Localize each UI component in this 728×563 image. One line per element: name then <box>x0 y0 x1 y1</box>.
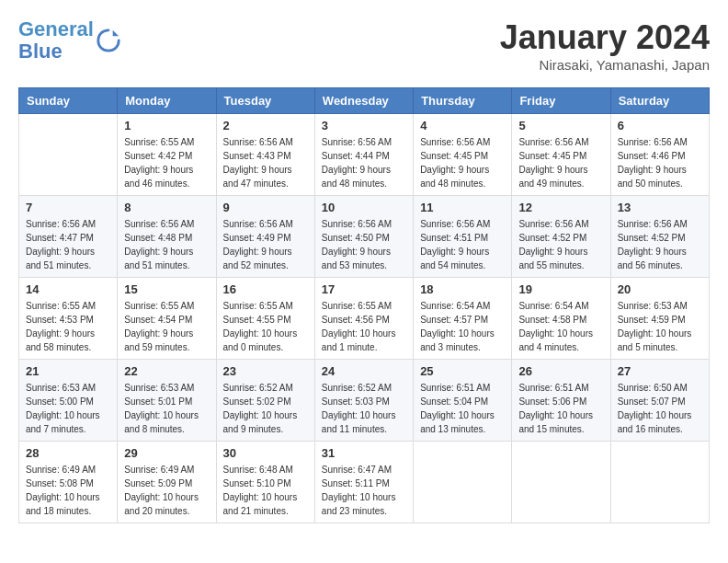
calendar-cell <box>414 442 512 523</box>
calendar-cell: 4Sunrise: 6:56 AM Sunset: 4:45 PM Daylig… <box>414 114 512 196</box>
day-number: 27 <box>618 364 702 378</box>
day-number: 16 <box>223 282 308 296</box>
calendar-cell: 14Sunrise: 6:55 AM Sunset: 4:53 PM Dayli… <box>19 278 118 360</box>
day-number: 23 <box>223 364 308 378</box>
calendar-cell: 28Sunrise: 6:49 AM Sunset: 5:08 PM Dayli… <box>19 442 118 523</box>
calendar-cell: 31Sunrise: 6:47 AM Sunset: 5:11 PM Dayli… <box>314 442 413 523</box>
day-info: Sunrise: 6:56 AM Sunset: 4:50 PM Dayligh… <box>322 217 406 272</box>
calendar-cell <box>512 442 610 523</box>
day-number: 11 <box>420 201 505 214</box>
day-number: 24 <box>322 364 406 378</box>
day-number: 3 <box>322 119 406 132</box>
day-info: Sunrise: 6:49 AM Sunset: 5:08 PM Dayligh… <box>26 463 110 518</box>
calendar-week-4: 21Sunrise: 6:53 AM Sunset: 5:00 PM Dayli… <box>19 360 710 442</box>
calendar-header-tuesday: Tuesday <box>216 88 314 114</box>
day-info: Sunrise: 6:56 AM Sunset: 4:45 PM Dayligh… <box>420 135 505 190</box>
day-number: 17 <box>322 282 406 296</box>
day-number: 14 <box>26 282 110 296</box>
day-info: Sunrise: 6:48 AM Sunset: 5:10 PM Dayligh… <box>223 463 308 518</box>
calendar-cell: 12Sunrise: 6:56 AM Sunset: 4:52 PM Dayli… <box>512 196 610 278</box>
calendar-cell: 30Sunrise: 6:48 AM Sunset: 5:10 PM Dayli… <box>216 442 314 523</box>
calendar-week-3: 14Sunrise: 6:55 AM Sunset: 4:53 PM Dayli… <box>19 278 710 360</box>
calendar-cell: 5Sunrise: 6:56 AM Sunset: 4:45 PM Daylig… <box>512 114 610 196</box>
day-number: 9 <box>223 201 308 214</box>
calendar-cell <box>19 114 118 196</box>
calendar-week-2: 7Sunrise: 6:56 AM Sunset: 4:47 PM Daylig… <box>19 196 710 278</box>
day-number: 29 <box>124 446 209 460</box>
calendar-cell: 20Sunrise: 6:53 AM Sunset: 4:59 PM Dayli… <box>610 278 709 360</box>
day-info: Sunrise: 6:55 AM Sunset: 4:53 PM Dayligh… <box>26 299 110 354</box>
calendar-cell <box>610 442 709 523</box>
logo-text: General Blue <box>18 18 94 63</box>
calendar-cell: 11Sunrise: 6:56 AM Sunset: 4:51 PM Dayli… <box>414 196 512 278</box>
calendar-cell: 25Sunrise: 6:51 AM Sunset: 5:04 PM Dayli… <box>414 360 512 442</box>
day-number: 12 <box>518 201 603 214</box>
calendar-cell: 18Sunrise: 6:54 AM Sunset: 4:57 PM Dayli… <box>414 278 512 360</box>
calendar-cell: 21Sunrise: 6:53 AM Sunset: 5:00 PM Dayli… <box>19 360 118 442</box>
day-info: Sunrise: 6:50 AM Sunset: 5:07 PM Dayligh… <box>618 381 702 436</box>
day-info: Sunrise: 6:55 AM Sunset: 4:54 PM Dayligh… <box>124 299 209 354</box>
calendar-table: SundayMondayTuesdayWednesdayThursdayFrid… <box>18 87 710 523</box>
day-number: 20 <box>618 282 702 296</box>
month-title: January 2024 <box>500 18 710 57</box>
day-number: 21 <box>26 364 110 378</box>
day-number: 2 <box>223 119 308 132</box>
logo-icon <box>96 28 121 53</box>
day-info: Sunrise: 6:55 AM Sunset: 4:56 PM Dayligh… <box>322 299 406 354</box>
calendar-week-1: 1Sunrise: 6:55 AM Sunset: 4:42 PM Daylig… <box>19 114 710 196</box>
day-info: Sunrise: 6:56 AM Sunset: 4:52 PM Dayligh… <box>618 217 702 272</box>
day-number: 4 <box>420 119 505 132</box>
calendar-cell: 9Sunrise: 6:56 AM Sunset: 4:49 PM Daylig… <box>216 196 314 278</box>
calendar-cell: 3Sunrise: 6:56 AM Sunset: 4:44 PM Daylig… <box>314 114 413 196</box>
day-number: 18 <box>420 282 505 296</box>
day-info: Sunrise: 6:51 AM Sunset: 5:06 PM Dayligh… <box>518 381 603 436</box>
day-info: Sunrise: 6:55 AM Sunset: 4:42 PM Dayligh… <box>124 135 209 190</box>
day-info: Sunrise: 6:56 AM Sunset: 4:52 PM Dayligh… <box>518 217 603 272</box>
day-number: 13 <box>618 201 702 214</box>
day-info: Sunrise: 6:56 AM Sunset: 4:49 PM Dayligh… <box>223 217 308 272</box>
day-info: Sunrise: 6:52 AM Sunset: 5:03 PM Dayligh… <box>322 381 406 436</box>
calendar-week-5: 28Sunrise: 6:49 AM Sunset: 5:08 PM Dayli… <box>19 442 710 523</box>
day-info: Sunrise: 6:47 AM Sunset: 5:11 PM Dayligh… <box>322 463 406 518</box>
logo: General Blue <box>18 18 121 63</box>
day-number: 1 <box>124 119 209 132</box>
day-info: Sunrise: 6:53 AM Sunset: 4:59 PM Dayligh… <box>618 299 702 354</box>
calendar-header-row: SundayMondayTuesdayWednesdayThursdayFrid… <box>19 88 710 114</box>
calendar-cell: 26Sunrise: 6:51 AM Sunset: 5:06 PM Dayli… <box>512 360 610 442</box>
day-info: Sunrise: 6:56 AM Sunset: 4:44 PM Dayligh… <box>322 135 406 190</box>
day-info: Sunrise: 6:53 AM Sunset: 5:01 PM Dayligh… <box>124 381 209 436</box>
day-number: 31 <box>322 446 406 460</box>
day-info: Sunrise: 6:51 AM Sunset: 5:04 PM Dayligh… <box>420 381 505 436</box>
page-header: General Blue January 2024 Nirasaki, Yama… <box>18 18 710 73</box>
calendar-cell: 13Sunrise: 6:56 AM Sunset: 4:52 PM Dayli… <box>610 196 709 278</box>
day-number: 7 <box>26 201 110 214</box>
location: Nirasaki, Yamanashi, Japan <box>500 57 710 73</box>
calendar-header-sunday: Sunday <box>19 88 118 114</box>
day-info: Sunrise: 6:52 AM Sunset: 5:02 PM Dayligh… <box>223 381 308 436</box>
day-number: 10 <box>322 201 406 214</box>
calendar-header-monday: Monday <box>118 88 216 114</box>
day-info: Sunrise: 6:49 AM Sunset: 5:09 PM Dayligh… <box>124 463 209 518</box>
day-info: Sunrise: 6:56 AM Sunset: 4:46 PM Dayligh… <box>618 135 702 190</box>
day-info: Sunrise: 6:56 AM Sunset: 4:48 PM Dayligh… <box>124 217 209 272</box>
day-number: 5 <box>518 119 603 132</box>
day-number: 15 <box>124 282 209 296</box>
calendar-cell: 7Sunrise: 6:56 AM Sunset: 4:47 PM Daylig… <box>19 196 118 278</box>
day-info: Sunrise: 6:54 AM Sunset: 4:58 PM Dayligh… <box>518 299 603 354</box>
day-info: Sunrise: 6:54 AM Sunset: 4:57 PM Dayligh… <box>420 299 505 354</box>
day-info: Sunrise: 6:56 AM Sunset: 4:45 PM Dayligh… <box>518 135 603 190</box>
calendar-cell: 10Sunrise: 6:56 AM Sunset: 4:50 PM Dayli… <box>314 196 413 278</box>
calendar-cell: 24Sunrise: 6:52 AM Sunset: 5:03 PM Dayli… <box>314 360 413 442</box>
day-number: 25 <box>420 364 505 378</box>
calendar-cell: 23Sunrise: 6:52 AM Sunset: 5:02 PM Dayli… <box>216 360 314 442</box>
calendar-cell: 27Sunrise: 6:50 AM Sunset: 5:07 PM Dayli… <box>610 360 709 442</box>
calendar-cell: 1Sunrise: 6:55 AM Sunset: 4:42 PM Daylig… <box>118 114 216 196</box>
day-number: 8 <box>124 201 209 214</box>
calendar-cell: 2Sunrise: 6:56 AM Sunset: 4:43 PM Daylig… <box>216 114 314 196</box>
calendar-cell: 16Sunrise: 6:55 AM Sunset: 4:55 PM Dayli… <box>216 278 314 360</box>
calendar-header-friday: Friday <box>512 88 610 114</box>
day-number: 30 <box>223 446 308 460</box>
calendar-cell: 15Sunrise: 6:55 AM Sunset: 4:54 PM Dayli… <box>118 278 216 360</box>
day-number: 19 <box>518 282 603 296</box>
calendar-cell: 19Sunrise: 6:54 AM Sunset: 4:58 PM Dayli… <box>512 278 610 360</box>
